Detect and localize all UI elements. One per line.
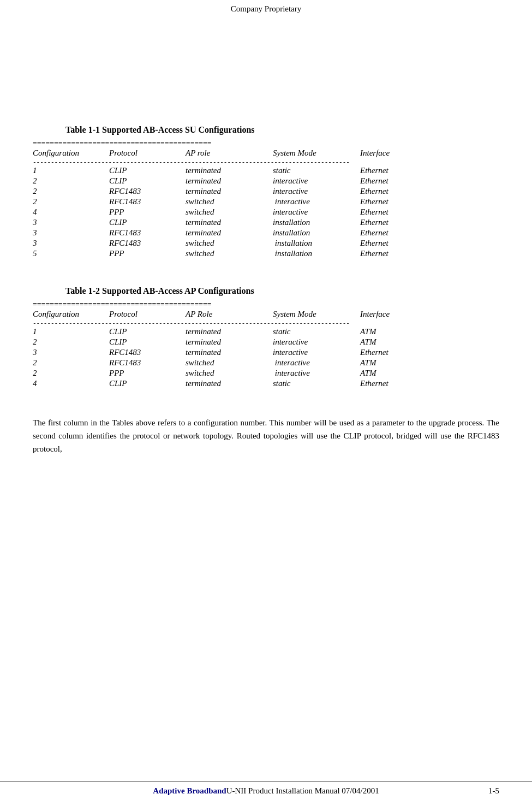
description-text: The first column in the Tables above ref… [33,416,499,455]
footer-page: 1-5 [488,786,499,796]
table2-dashes: ----------------------------------------… [33,320,499,327]
table-row: 2 RFC1483 terminated interactive Etherne… [33,186,499,197]
table-row: 2 CLIP terminated interactive ATM [33,337,499,347]
footer-brand: Adaptive Broadband [153,786,226,796]
footer-text: U-NII Product Installation Manual 07/04/… [226,786,379,796]
table-row: 1 CLIP terminated static ATM [33,327,499,337]
table1-col-config: Configuration [33,149,109,158]
table1-equals-top: ========================================… [33,139,499,147]
table1-col-protocol: Protocol [109,149,186,158]
table1-header-row: Configuration Protocol AP role System Mo… [33,147,499,159]
table-row: 3 RFC1483 switched installation Ethernet [33,238,499,248]
table2-col-config: Configuration [33,310,109,319]
page-header: Company Proprietary [0,0,532,16]
table-row: 4 PPP switched interactive Ethernet [33,207,499,217]
table-row: 4 CLIP terminated static Ethernet [33,378,499,389]
table1-title: Table 1-1 Supported AB-Access SU Configu… [33,125,499,135]
table2-title: Table 1-2 Supported AB-Access AP Configu… [33,286,499,296]
header-title: Company Proprietary [231,4,302,13]
table-row: 3 RFC1483 terminated interactive Etherne… [33,347,499,358]
table1-col-interface: Interface [360,149,426,158]
table-row: 2 RFC1483 switched interactive ATM [33,358,499,368]
table-row: 2 CLIP terminated interactive Ethernet [33,176,499,186]
table1-dashes: ----------------------------------------… [33,159,499,165]
table-row: 3 CLIP terminated installation Ethernet [33,217,499,228]
table2-header-row: Configuration Protocol AP Role System Mo… [33,309,499,320]
table2-col-interface: Interface [360,310,426,319]
table2-block: Table 1-2 Supported AB-Access AP Configu… [33,286,499,389]
table-row: 1 CLIP terminated static Ethernet [33,165,499,176]
table1-col-aprole: AP role [186,149,273,158]
table-row: 5 PPP switched installation Ethernet [33,248,499,259]
table2-col-protocol: Protocol [109,310,186,319]
table2-equals-top: ========================================… [33,300,499,309]
table2-col-aprole: AP Role [186,310,273,319]
table2-col-sysmode: System Mode [273,310,360,319]
table1-block: Table 1-1 Supported AB-Access SU Configu… [33,125,499,259]
table-row: 2 PPP switched interactive ATM [33,368,499,378]
page-footer: Adaptive Broadband U-NII Product Install… [0,781,532,800]
page-content: Table 1-1 Supported AB-Access SU Configu… [0,125,532,455]
table1-col-sysmode: System Mode [273,149,360,158]
table-row: 3 RFC1483 terminated installation Ethern… [33,228,499,238]
table-row: 2 RFC1483 switched interactive Ethernet [33,197,499,207]
